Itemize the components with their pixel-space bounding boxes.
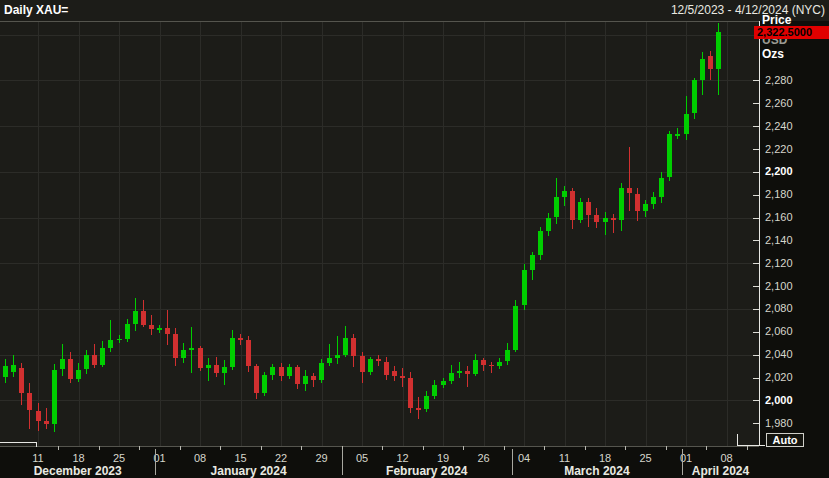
plot-area[interactable] — [0, 21, 759, 446]
bottom-right-frame-notch — [737, 445, 765, 446]
candle-body — [125, 324, 130, 339]
month-label: March 2024 — [537, 464, 657, 478]
candle-body — [270, 367, 275, 375]
candle-wick — [329, 344, 330, 366]
candle-body — [497, 362, 502, 367]
candle-body — [68, 359, 73, 378]
candle-body — [44, 421, 49, 424]
x-axis-day-label: 12 — [391, 452, 415, 464]
candle-body — [165, 328, 170, 334]
candle-body — [279, 367, 284, 376]
v-gridline — [565, 22, 566, 446]
price-axis-gutter — [759, 21, 829, 478]
top-bar: Daily XAU= 12/5/2023 - 4/12/2024 (NYC) — [0, 0, 829, 21]
x-axis-day-label: 19 — [431, 452, 455, 464]
candle-body — [368, 359, 373, 372]
candle-body — [708, 56, 713, 69]
x-axis-tick — [180, 446, 181, 450]
y-axis-tick — [753, 240, 759, 241]
y-axis-label: 2,120 — [765, 257, 793, 269]
candle-body — [651, 197, 656, 204]
bottom-left-frame-notch-connector — [36, 442, 37, 447]
y-axis-tick — [753, 400, 759, 401]
y-axis-label: 2,080 — [765, 302, 793, 314]
x-axis-day-label: 05 — [350, 452, 374, 464]
x-axis-day-label: 18 — [67, 452, 91, 464]
auto-scale-button[interactable]: Auto — [766, 433, 804, 447]
y-axis-tick — [753, 309, 759, 310]
candle-body — [538, 231, 543, 255]
y-axis-label: 2,000 — [765, 394, 793, 406]
candle-body — [449, 373, 454, 381]
candle-body — [408, 378, 413, 409]
candle-body — [262, 375, 267, 393]
y-axis-tick — [753, 332, 759, 333]
candle-body — [311, 376, 316, 379]
candle-body — [335, 355, 340, 358]
y-axis-label: 2,220 — [765, 143, 793, 155]
month-label: February 2024 — [367, 464, 487, 478]
x-axis-day-label: 11 — [26, 452, 50, 464]
y-axis-label: 2,040 — [765, 348, 793, 360]
candle-body — [19, 368, 24, 393]
candle-body — [141, 311, 146, 325]
x-axis-tick — [139, 446, 140, 450]
candle-body — [222, 367, 227, 373]
v-gridline — [79, 22, 80, 446]
candle-body — [189, 348, 194, 350]
x-axis-tick — [747, 446, 748, 450]
v-gridline — [484, 22, 485, 446]
x-axis-day-label: 25 — [634, 452, 658, 464]
candle-body — [52, 370, 57, 425]
candle-wick — [313, 373, 314, 387]
y-axis-label: 1,980 — [765, 417, 793, 429]
candle-body — [611, 218, 616, 220]
y-axis-tick — [753, 355, 759, 356]
candle-wick — [191, 327, 192, 373]
candle-body — [684, 114, 689, 135]
x-axis-day-label: 15 — [229, 452, 253, 464]
y-axis-label: 2,060 — [765, 325, 793, 337]
candle-body — [287, 367, 292, 376]
candle-body — [181, 350, 186, 358]
candle-body — [457, 371, 462, 373]
candle-wick — [605, 212, 606, 235]
y-axis-label: 2,180 — [765, 188, 793, 200]
candle-body — [635, 194, 640, 211]
candle-body — [92, 355, 97, 365]
candle-body — [505, 350, 510, 361]
x-axis-tick — [58, 446, 59, 450]
y-axis-tick — [753, 378, 759, 379]
candle-body — [327, 358, 332, 363]
candle-body — [578, 202, 583, 220]
candle-wick — [629, 147, 630, 211]
v-gridline — [281, 22, 282, 446]
v-gridline — [241, 22, 242, 446]
candle-body — [530, 255, 535, 270]
y-axis-tick — [753, 126, 759, 127]
y-axis-tick — [753, 103, 759, 104]
candle-body — [254, 366, 259, 393]
x-axis-tick — [463, 446, 464, 450]
candle-wick — [208, 358, 209, 381]
y-axis-tick — [753, 172, 759, 173]
candle-body — [60, 359, 65, 369]
candle-body — [424, 396, 429, 410]
candle-body — [27, 393, 32, 410]
candle-body — [246, 340, 251, 366]
candle-body — [343, 338, 348, 355]
candle-body — [546, 218, 551, 232]
candle-body — [133, 311, 138, 324]
candle-body — [392, 371, 397, 377]
bottom-right-frame-notch-connector — [737, 434, 738, 446]
x-axis-tick — [544, 446, 545, 450]
x-axis-day-label: 22 — [269, 452, 293, 464]
x-axis-day-label: 26 — [472, 452, 496, 464]
candle-body — [3, 366, 8, 377]
candle-body — [465, 371, 470, 374]
candle-body — [206, 365, 211, 368]
candle-body — [570, 191, 575, 220]
candle-body — [627, 188, 632, 194]
month-label: January 2024 — [189, 464, 309, 478]
v-gridline — [646, 22, 647, 446]
